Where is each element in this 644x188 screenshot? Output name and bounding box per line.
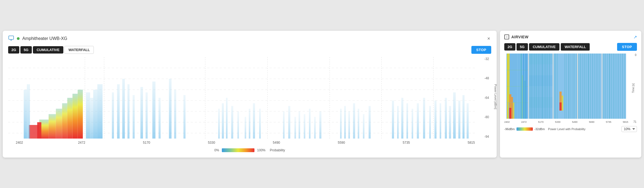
- xaxis-tick-2472: 2472: [78, 141, 85, 145]
- svg-rect-80: [453, 92, 456, 139]
- svg-rect-54: [288, 106, 290, 139]
- svg-rect-53: [283, 111, 285, 139]
- close-button[interactable]: ×: [486, 35, 491, 42]
- svg-rect-50: [249, 109, 250, 139]
- panel-header: Amphitheater UWB-XG ×: [8, 35, 491, 42]
- svg-rect-138: [584, 54, 584, 119]
- svg-rect-39: [152, 82, 155, 139]
- xaxis-tick-5330: 5330: [208, 141, 215, 145]
- svg-rect-46: [226, 98, 228, 139]
- svg-rect-44: [218, 109, 220, 139]
- chart-area: 2402 2472 5170 5330 5490 5590 5735 5815 …: [8, 57, 491, 144]
- svg-rect-56: [298, 111, 300, 139]
- svg-rect-95: [520, 54, 520, 119]
- svg-rect-0: [9, 36, 14, 39]
- airview-header: − AIRVIEW ↗: [504, 35, 637, 40]
- svg-rect-27: [27, 84, 30, 139]
- svg-rect-121: [559, 102, 562, 111]
- svg-rect-135: [578, 54, 579, 119]
- svg-rect-97: [522, 75, 523, 119]
- xaxis-tick-2402: 2402: [16, 141, 23, 145]
- airview-band-2g[interactable]: 2G: [504, 43, 515, 51]
- stop-button[interactable]: STOP: [471, 46, 491, 54]
- svg-rect-143: [595, 54, 595, 119]
- svg-rect-149: [605, 54, 605, 119]
- time-axis: 0 Time [s] 71: [629, 54, 637, 123]
- svg-rect-89: [511, 97, 513, 119]
- band-5g-button[interactable]: 5G: [20, 46, 32, 54]
- av-tick-5690: 5690: [589, 121, 594, 123]
- av-tick-5330: 5330: [555, 121, 561, 123]
- power-gradient: [517, 127, 533, 131]
- svg-rect-51: [253, 103, 255, 139]
- airview-view-waterfall[interactable]: WATERFALL: [561, 43, 590, 51]
- svg-rect-79: [449, 106, 451, 139]
- yaxis-tick-94: -94: [484, 135, 489, 139]
- svg-rect-118: [553, 54, 553, 119]
- svg-rect-155: [618, 54, 618, 119]
- yaxis-tick-80: -80: [484, 115, 489, 119]
- probability-select[interactable]: 10% 20% 50%: [621, 126, 637, 132]
- svg-rect-137: [582, 54, 583, 119]
- airview-minus-icon[interactable]: −: [504, 35, 509, 39]
- xaxis-tick-5170: 5170: [143, 141, 150, 145]
- main-toolbar: 2G 5G CUMULATIVE WATERFALL STOP: [8, 46, 491, 54]
- time-axis-label: Time [s]: [632, 83, 635, 93]
- svg-rect-75: [429, 106, 431, 139]
- svg-rect-128: [568, 54, 569, 119]
- svg-rect-156: [620, 54, 621, 119]
- spectrum-chart: [8, 57, 475, 139]
- power-legend: -96dBm -32dBm: [504, 127, 545, 131]
- svg-rect-60: [319, 111, 322, 139]
- probability-dropdown[interactable]: 10% 20% 50%: [621, 126, 637, 132]
- monitor-icon: [8, 35, 14, 42]
- svg-rect-62: [344, 106, 346, 139]
- toolbar-buttons: 2G 5G CUMULATIVE WATERFALL: [8, 46, 94, 54]
- chart-legend: 0% 100% Probability: [8, 148, 491, 152]
- svg-rect-132: [577, 54, 577, 119]
- svg-rect-142: [592, 54, 593, 119]
- svg-rect-37: [140, 87, 143, 139]
- airview-toolbar: 2G 5G CUMULATIVE WATERFALL STOP: [504, 43, 637, 51]
- svg-rect-124: [555, 54, 556, 119]
- svg-rect-88: [509, 108, 511, 119]
- av-tick-2472: 2472: [521, 121, 527, 123]
- svg-rect-41: [169, 79, 172, 139]
- svg-rect-76: [434, 101, 437, 139]
- expand-icon[interactable]: ↗: [633, 35, 637, 40]
- svg-rect-99: [524, 81, 525, 119]
- svg-rect-48: [237, 111, 239, 139]
- svg-rect-140: [588, 54, 589, 119]
- svg-rect-72: [412, 109, 413, 139]
- yaxis-tick-48: -48: [484, 76, 489, 80]
- view-waterfall-button[interactable]: WATERFALL: [64, 46, 94, 54]
- xaxis-tick-5590: 5590: [338, 141, 345, 145]
- airview-title: AIRVIEW: [511, 35, 528, 39]
- airview-chart-container: 2402 2472 5170 5330 5490 5690 5735 5815 …: [504, 54, 637, 123]
- band-2g-button[interactable]: 2G: [8, 46, 19, 54]
- time-top: 0: [635, 54, 637, 57]
- view-cumulative-button[interactable]: CUMULATIVE: [33, 46, 63, 54]
- airview-stop-button[interactable]: STOP: [617, 43, 637, 51]
- av-tick-5815: 5815: [623, 121, 628, 123]
- svg-rect-67: [369, 106, 371, 139]
- airview-waterfall: 2402 2472 5170 5330 5490 5690 5735 5815: [504, 54, 628, 123]
- svg-rect-96: [521, 54, 522, 119]
- chart-canvas: 2402 2472 5170 5330 5490 5590 5735 5815: [8, 57, 475, 144]
- svg-rect-45: [222, 103, 224, 139]
- svg-rect-78: [445, 98, 447, 139]
- legend-low: 0%: [214, 148, 219, 152]
- svg-rect-152: [611, 54, 612, 119]
- svg-rect-22: [73, 94, 78, 139]
- airview-title-group: − AIRVIEW: [504, 35, 528, 39]
- legend-probability-label: Probability: [270, 148, 285, 152]
- yaxis-labels: -32 -48 -64 -80 -94: [484, 57, 489, 139]
- airview-band-buttons: 2G 5G CUMULATIVE WATERFALL: [504, 43, 590, 51]
- svg-rect-100: [525, 54, 527, 119]
- airview-band-5g[interactable]: 5G: [517, 43, 528, 51]
- svg-rect-77: [440, 103, 441, 139]
- power-level-label: Power Level with Probability: [548, 127, 586, 131]
- airview-view-cumulative[interactable]: CUMULATIVE: [529, 43, 559, 51]
- svg-rect-49: [245, 117, 246, 139]
- airview-waterfall-svg: [504, 54, 628, 119]
